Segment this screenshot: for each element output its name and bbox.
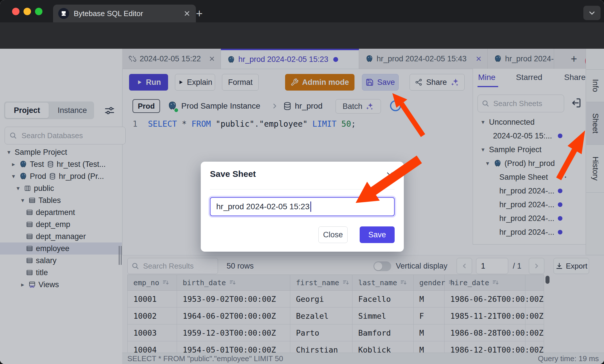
tab-search-chevron-button[interactable] xyxy=(583,6,601,20)
browser-tabstrip: Bytebase SQL Editor + xyxy=(0,0,604,22)
dialog-save-button[interactable]: Save xyxy=(360,226,395,243)
dialog-close-icon[interactable] xyxy=(385,171,394,179)
new-browser-tab-button[interactable]: + xyxy=(192,6,207,21)
sheet-name-input[interactable]: hr_prod 2024-02-05 15:23 xyxy=(210,197,395,216)
traffic-light-close[interactable] xyxy=(12,8,20,15)
sheet-name-value: hr_prod 2024-02-05 15:23 xyxy=(216,202,309,211)
dialog-close-button[interactable]: Close xyxy=(318,226,348,243)
text-caret xyxy=(310,201,311,212)
dialog-divider xyxy=(210,189,395,189)
browser-tab-close-icon[interactable] xyxy=(183,10,191,17)
traffic-light-zoom[interactable] xyxy=(35,8,42,15)
dialog-title: Save Sheet xyxy=(210,169,256,179)
browser-tab[interactable]: Bytebase SQL Editor xyxy=(53,5,196,22)
traffic-light-minimize[interactable] xyxy=(24,8,31,15)
bytebase-favicon xyxy=(58,8,69,19)
browser-toolbar: localhost:8080/sql-editor/prod-sample-in… xyxy=(0,22,604,49)
browser-tab-title: Bytebase SQL Editor xyxy=(74,9,179,18)
save-sheet-dialog: Save Sheet hr_prod 2024-02-05 15:23 Clos… xyxy=(201,162,404,252)
browser-window: Bytebase SQL Editor + localhost:8080/sql… xyxy=(0,0,604,364)
